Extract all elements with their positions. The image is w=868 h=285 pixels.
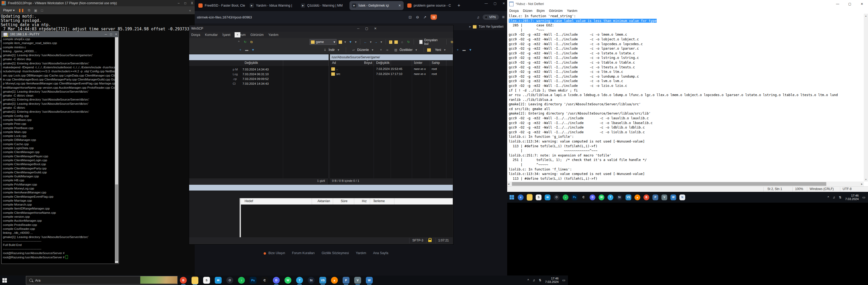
vmware-icon[interactable]: V (660, 192, 669, 203)
scroll-right-arrow[interactable]: ▶ (861, 183, 863, 185)
edge-icon[interactable]: e (516, 192, 525, 203)
spotify-icon[interactable]: ♪ (236, 276, 247, 285)
chevron-down-icon[interactable]: ▾ (344, 40, 346, 44)
browser-tab-4[interactable]: ►İstek - Geliştirmek içi✕ (349, 1, 404, 10)
menu-item[interactable]: Yardım (565, 9, 579, 13)
capcut-icon[interactable]: C (579, 192, 588, 203)
vpn-button[interactable]: VPN (483, 14, 499, 20)
close-button[interactable]: X (191, 1, 193, 5)
chevron-down-icon[interactable]: ▾ (355, 40, 357, 44)
collapse-icon[interactable]: ^ (237, 40, 241, 44)
notification-icon[interactable]: ▭ (863, 195, 865, 199)
chevron-down-icon[interactable]: ▾ (370, 40, 372, 44)
queue-header-3[interactable]: Süre (341, 199, 347, 203)
home-directory-icon[interactable]: ⌂ (400, 40, 404, 44)
menu-item[interactable]: Görünüm (547, 9, 565, 13)
maximize-button[interactable]: ▢ (365, 27, 368, 30)
notepad-horizontal-scrollbar[interactable]: ◀ ▶ (507, 182, 864, 186)
new-tab-button[interactable]: + (458, 3, 460, 8)
column-divider[interactable] (412, 60, 412, 66)
minimize-button[interactable]: ─ (104, 32, 107, 36)
column-header-boyut[interactable]: Boyut (364, 61, 372, 65)
edit-button[interactable]: ▱Düzenle▾ (349, 47, 377, 53)
column-header-ad[interactable]: Ad (332, 61, 336, 65)
right-file-list[interactable]: ↑..7.03.2024 15:53:45rwxr-xr-xrootsrc7.0… (330, 66, 453, 178)
putty-scrollbar-thumb[interactable] (115, 184, 118, 261)
filter-icon[interactable]: ▼ (348, 40, 353, 44)
sync-icon[interactable]: ⧉ (450, 40, 454, 44)
file-explorer-icon[interactable] (189, 276, 201, 285)
close-button[interactable]: ✕ (856, 0, 868, 8)
vmware-pause-button[interactable]: ❚❚ (18, 8, 24, 12)
spotify-icon[interactable]: ♪ (561, 192, 570, 203)
winscp-icon[interactable]: W (669, 192, 678, 203)
column-divider[interactable] (328, 60, 329, 66)
download-button[interactable]: ⇓İndir▾ (321, 47, 343, 53)
menu-item[interactable]: Görünüm (250, 33, 264, 37)
search-input[interactable]: Ara (26, 276, 178, 284)
menu-item[interactable]: Komutlar (205, 33, 218, 37)
queue-header-1[interactable]: Hedef (245, 199, 253, 203)
putty-icon[interactable]: P (651, 192, 660, 203)
ms-store-icon[interactable]: S (201, 276, 212, 285)
browser-tab-2[interactable]: ►Yardım - lıblua Warning | (247, 1, 297, 10)
footer-link[interactable]: Bize Ulaşın (268, 251, 285, 255)
ms-store-icon[interactable]: S (534, 192, 543, 203)
column-header-i̇zinler[interactable]: İzinler (414, 61, 423, 65)
select-filter-icon[interactable]: ▼ (251, 48, 255, 52)
vmware-player-menu[interactable]: Player ▾ (3, 8, 14, 12)
volume-icon[interactable]: ♫ (833, 195, 835, 199)
hscroll-thumb[interactable] (512, 182, 826, 186)
network-icon[interactable]: ⇅ (538, 278, 541, 282)
vmware-titlebar[interactable]: FreeBSD13Proje - VMware Workstation 17 P… (0, 0, 195, 6)
browser-menu-icon[interactable]: ≡ (502, 15, 504, 20)
telegram-icon[interactable]: T (294, 276, 305, 285)
right-panel-path[interactable]: /usr/AbsoulteSource/Server/game/ (330, 55, 453, 60)
tab-close-icon[interactable]: ✕ (398, 4, 401, 7)
brave-icon[interactable]: B (178, 276, 189, 285)
minimize-button[interactable]: – (178, 1, 180, 5)
column-divider[interactable] (391, 60, 391, 66)
whatsapp-icon[interactable]: W (597, 192, 606, 203)
maximize-button[interactable]: ▢ (494, 2, 497, 5)
scroll-up-arrow[interactable]: ▲ (864, 14, 868, 18)
taskbar-clock[interactable]: 17:467.03.2024 (545, 277, 558, 284)
tray-expand-icon[interactable]: ^ (528, 278, 529, 282)
close-button[interactable]: ✕ (502, 2, 505, 5)
chevron-down-icon[interactable]: ▾ (380, 40, 382, 44)
search-daily-image[interactable] (140, 276, 177, 284)
menu-item[interactable]: Biçim (535, 9, 547, 13)
queue-header-4[interactable]: Hız (362, 199, 367, 203)
obs-icon[interactable]: O (552, 192, 561, 203)
table-row[interactable]: ↑..7.03.2024 15:53:45rwxr-xr-xroot (330, 67, 453, 72)
transfer-queue-list[interactable] (241, 205, 453, 237)
rename-icon[interactable]: ⌯ (385, 48, 390, 52)
notepad-vertical-scrollbar[interactable]: ▲ ▼ (864, 14, 868, 182)
find-files-button[interactable]: Dosyaları bul (417, 39, 443, 45)
folder-open-icon[interactable] (339, 40, 342, 44)
obs-icon[interactable]: O (224, 276, 236, 285)
putty-terminal[interactable]: compile shopEx.cppcompile item_manager_r… (2, 37, 115, 263)
table-row[interactable]: src7.03.2024 17:17:10rwxr-xr-xroot (330, 72, 453, 76)
start-button-secondary[interactable] (507, 192, 516, 203)
mail-icon[interactable]: ✉ (543, 192, 552, 203)
delete-icon[interactable]: × (379, 48, 383, 52)
notification-icon[interactable]: ▭ (562, 278, 565, 282)
url-text[interactable]: stirmek-icin-files.16743/#post-80963 (197, 15, 252, 19)
stray-close-button[interactable]: × (235, 32, 240, 37)
queue-header-5[interactable]: İlerleme (373, 199, 385, 203)
winscp-titlebar[interactable]: WinSCP ─▢✕ (189, 25, 453, 32)
column-divider[interactable] (373, 60, 374, 66)
forward-icon[interactable]: → (374, 40, 378, 44)
brave-shield-badge[interactable]: 11 (431, 14, 437, 20)
putty-titlebar[interactable]: 192.168.1.6 - PuTTY ─□× (2, 31, 119, 37)
column-header-sahip[interactable]: Sahip (432, 61, 440, 65)
root-directory-icon[interactable] (394, 40, 398, 44)
minimize-button[interactable]: ─ (357, 27, 360, 30)
scroll-down-arrow[interactable]: ▼ (864, 177, 868, 182)
maximize-button[interactable]: ▢ (844, 0, 856, 8)
putty-scrollbar[interactable] (115, 37, 118, 263)
column-divider[interactable] (446, 60, 446, 66)
vmware-sendkeys-icon[interactable]: ⧉ (28, 8, 30, 12)
music-icon[interactable]: ♫ (477, 15, 479, 19)
